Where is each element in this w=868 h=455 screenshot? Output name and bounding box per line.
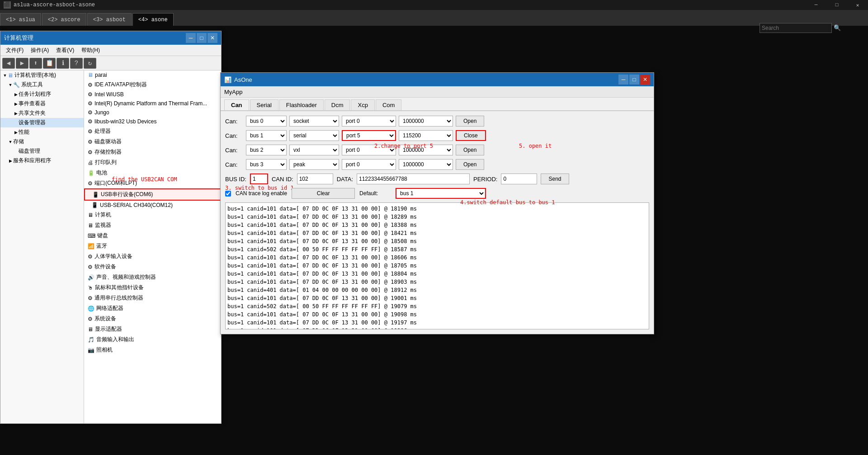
device-jungo[interactable]: ⚙ Jungo (84, 108, 221, 117)
can-bus-select-0[interactable]: bus 0 (246, 116, 287, 127)
can-close-button-1[interactable]: Close (456, 130, 486, 141)
can-port-select-3[interactable]: port 0 (342, 159, 396, 170)
device-usb-ch340[interactable]: 📱 USB-SERIAL CH340(COM12) (84, 201, 221, 210)
can-type-select-2[interactable]: vxl (289, 145, 339, 155)
clear-button[interactable]: Clear (292, 188, 355, 199)
can-baud-select-1[interactable]: 115200 (399, 130, 453, 141)
device-ide[interactable]: ⚙ IDE ATA/ATAPI控制器 (84, 80, 221, 90)
tree-storage[interactable]: ▼ 存储 (0, 137, 84, 146)
period-input[interactable] (501, 174, 537, 184)
can-port-select-0[interactable]: port 0 (342, 116, 396, 127)
tab-serial[interactable]: Serial (250, 99, 278, 110)
up-button[interactable]: ⬆ (29, 58, 42, 69)
cm-close-button[interactable]: ✕ (208, 33, 217, 43)
send-button[interactable]: Send (541, 174, 569, 184)
device-bluetooth[interactable]: 📶 蓝牙 (84, 241, 221, 251)
tab-ascore[interactable]: <2> ascore (42, 13, 86, 26)
device-monitor[interactable]: 🖥 监视器 (84, 220, 221, 230)
device-audio-video[interactable]: 🔊 声音、视频和游戏控制器 (84, 272, 221, 282)
can-id-input[interactable] (297, 174, 333, 184)
can-type-select-3[interactable]: peak (289, 159, 339, 170)
tree-event-label: 事件查看器 (19, 100, 46, 108)
device-print-queue[interactable]: 🖨 打印队列 (84, 157, 221, 168)
search-input[interactable] (760, 23, 832, 33)
device-storage-ctrl[interactable]: ⚙ 存储控制器 (84, 147, 221, 157)
cm-minimize-button[interactable]: ─ (186, 33, 196, 43)
menu-view[interactable]: 查看(V) (52, 46, 78, 55)
default-bus-select[interactable]: bus 1 (396, 188, 486, 199)
tab-dcm[interactable]: Dcm (325, 99, 350, 110)
can-bus-select-2[interactable]: bus 2 (246, 145, 287, 155)
device-intel-dynamic[interactable]: ⚙ Intel(R) Dynamic Platform and Thermal … (84, 99, 221, 108)
properties-button[interactable]: ℹ (57, 58, 69, 69)
device-proc-label: 处理器 (94, 127, 111, 135)
device-libusb[interactable]: ⚙ libusb-win32 Usb Devices (84, 117, 221, 126)
can-open-button-2[interactable]: Open (456, 145, 484, 155)
tree-device-manager[interactable]: 设备管理器 (0, 118, 84, 127)
tree-task-scheduler[interactable]: ▶ 任务计划程序 (0, 89, 84, 99)
trace-log[interactable]: bus=1 canid=101 data=[ 07 DD 0C 0F 13 31… (225, 202, 649, 329)
data-input[interactable] (357, 174, 470, 184)
device-wlusb[interactable]: ⚙ Intel WiUSB (84, 90, 221, 99)
asone-minimize-button[interactable]: ─ (618, 75, 628, 84)
device-mouse[interactable]: 🖱 鼠标和其他指针设备 (84, 282, 221, 293)
search-icon[interactable]: 🔍 (834, 24, 841, 32)
can-trace-checkbox[interactable] (225, 191, 231, 197)
tab-asone[interactable]: <4> asone (132, 13, 174, 26)
device-display[interactable]: 🖥 显示适配器 (84, 324, 221, 334)
can-baud-select-2[interactable]: 1000000 (399, 145, 453, 155)
device-usb-serial-com6[interactable]: 📱 USB串行设备(COM6) (84, 188, 221, 201)
can-port-select-2[interactable]: port 0 (342, 145, 396, 155)
device-system[interactable]: ⚙ 系统设备 (84, 314, 221, 324)
forward-button[interactable]: ▶ (16, 58, 28, 69)
help-button[interactable]: ? (70, 58, 83, 69)
can-open-button-0[interactable]: Open (456, 116, 484, 127)
device-processor[interactable]: ⚙ 处理器 (84, 126, 221, 136)
device-software[interactable]: ⚙ 软件设备 (84, 262, 221, 272)
device-keyboard[interactable]: ⌨ 键盘 (84, 230, 221, 241)
menu-file[interactable]: 文件(F) (2, 46, 27, 55)
tab-flashloader[interactable]: Flashloader (279, 99, 324, 110)
back-button[interactable]: ◀ (2, 58, 15, 69)
tree-root[interactable]: ▼ 🖥 计算机管理(本地) (0, 70, 84, 80)
bus-id-input[interactable] (250, 174, 268, 184)
maximize-button[interactable]: □ (826, 0, 847, 10)
device-audio-io[interactable]: 🎵 音频输入和输出 (84, 334, 221, 345)
device-parent[interactable]: 🖥 parai (84, 70, 221, 80)
menu-help[interactable]: 帮助(H) (78, 46, 104, 55)
cm-maximize-button[interactable]: □ (197, 33, 207, 43)
tree-shared-folders[interactable]: ▶ 共享文件夹 (0, 108, 84, 118)
tab-asboot[interactable]: <3> asboot (87, 13, 132, 26)
trace-log-line: bus=1 canid=101 data=[ 07 DD 0C 0F 13 31… (227, 229, 647, 237)
can-type-select-1[interactable]: serial (289, 130, 339, 141)
can-bus-select-1[interactable]: bus 1 (246, 130, 287, 141)
device-disk[interactable]: ⚙ 磁盘驱动器 (84, 136, 221, 147)
device-hid[interactable]: ⚙ 人体学输入设备 (84, 251, 221, 262)
can-port-select-1[interactable]: port 5 (342, 130, 396, 141)
device-camera[interactable]: 📷 照相机 (84, 345, 221, 355)
minimize-button[interactable]: ─ (806, 0, 826, 10)
device-computer[interactable]: 🖥 计算机 (84, 210, 221, 220)
can-type-select-0[interactable]: socket (289, 116, 339, 127)
refresh-button[interactable]: ↻ (84, 58, 96, 69)
can-open-button-3[interactable]: Open (456, 159, 484, 170)
asone-close-button[interactable]: ✕ (640, 75, 650, 84)
device-network[interactable]: 🌐 网络适配器 (84, 303, 221, 314)
can-baud-select-3[interactable]: 1000000 (399, 159, 453, 170)
tree-disk-mgmt[interactable]: 磁盘管理 (0, 146, 84, 156)
menu-action[interactable]: 操作(A) (27, 46, 52, 55)
asone-maximize-button[interactable]: □ (629, 75, 639, 84)
tab-xcp[interactable]: Xcp (351, 99, 374, 110)
tab-aslua[interactable]: <1> aslua (0, 13, 41, 26)
tree-services[interactable]: ▶ 服务和应用程序 (0, 156, 84, 165)
tab-can[interactable]: Can (224, 99, 249, 110)
tab-com[interactable]: Com (376, 99, 401, 110)
can-baud-select-0[interactable]: 1000000 (399, 116, 453, 127)
device-usb-bus[interactable]: ⚙ 通用串行总线控制器 (84, 293, 221, 303)
tree-system-tools[interactable]: ▼ 🔧 系统工具 (0, 80, 84, 89)
close-button[interactable]: ✕ (847, 0, 868, 10)
can-bus-select-3[interactable]: bus 3 (246, 159, 287, 170)
tree-event-viewer[interactable]: ▶ 事件查看器 (0, 99, 84, 108)
tree-performance[interactable]: ▶ 性能 (0, 127, 84, 137)
show-hide-button[interactable]: 📋 (43, 58, 56, 69)
